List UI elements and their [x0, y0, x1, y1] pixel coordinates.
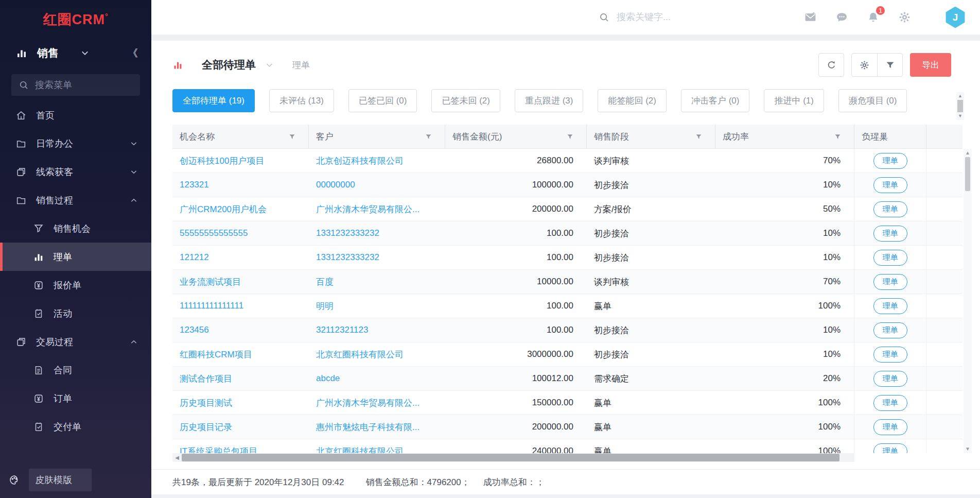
handle-order-button[interactable]: 理单 [873, 298, 907, 314]
customer-link[interactable]: 1331232333232 [309, 221, 445, 245]
handle-order-button[interactable]: 理单 [873, 443, 907, 454]
sidebar-item-0[interactable]: 首页 [0, 101, 151, 129]
opportunity-name-link[interactable]: 121212 [172, 246, 309, 269]
filter-tab-7[interactable]: 推进中 (1) [764, 89, 824, 112]
handle-order-button[interactable]: 理单 [873, 201, 907, 217]
sidebar-item-10[interactable]: 订单 [0, 384, 151, 413]
handle-order-button[interactable]: 理单 [873, 371, 907, 387]
table-vertical-scrollbar[interactable]: ▲ ▼ [964, 149, 972, 453]
column-filter-icon[interactable] [425, 133, 432, 141]
handle-order-button[interactable]: 理单 [873, 274, 907, 290]
settings-button[interactable] [852, 54, 877, 76]
column-filter-icon[interactable] [288, 133, 296, 141]
avatar[interactable]: J [945, 7, 966, 28]
opportunity-name-link[interactable]: 创迈科技100用户项目 [172, 149, 309, 173]
customer-link[interactable]: 广州水清木华贸易有限公... [309, 391, 445, 415]
scroll-down-icon[interactable]: ▼ [965, 445, 970, 453]
opportunity-name-link[interactable]: 111111111111111 [172, 294, 309, 318]
collapse-sidebar-icon[interactable]: 《 [128, 46, 138, 60]
column-header-label: 负瑆巢 [862, 131, 888, 143]
sidebar-item-2[interactable]: 线索获客 [0, 158, 151, 186]
customer-link[interactable]: 北京红圈科技有限公司 [309, 342, 445, 366]
global-search-input[interactable] [617, 12, 709, 23]
sidebar-item-label: 合同 [54, 364, 72, 376]
handle-order-button[interactable]: 理单 [873, 226, 907, 242]
handle-order-button[interactable]: 理单 [873, 419, 907, 435]
customer-link[interactable]: 广州水清木华贸易有限公... [309, 197, 445, 221]
sidebar-item-9[interactable]: 合同 [0, 356, 151, 384]
refresh-button[interactable] [818, 53, 844, 77]
opportunity-name-link[interactable]: 123456 [172, 318, 309, 342]
filter-tab-4[interactable]: 重点跟进 (3) [515, 89, 584, 112]
sidebar-item-11[interactable]: 交付单 [0, 413, 151, 441]
topbar: 1 J [151, 0, 980, 35]
filter-tab-6[interactable]: 冲击客户 (0) [681, 89, 750, 112]
sidebar-item-skin-template[interactable]: 皮肤模版 [0, 468, 92, 492]
page-scrollbar[interactable]: ▲ ▼ [956, 92, 964, 120]
filter-tab-3[interactable]: 已签未回 (2) [431, 89, 500, 112]
column-filter-icon[interactable] [834, 133, 842, 141]
sidebar-item-3[interactable]: 销售过程 [0, 186, 151, 214]
sidebar-module-header[interactable]: 销售 《 [0, 41, 151, 65]
global-search[interactable] [599, 0, 709, 35]
customer-link[interactable]: 1331232333232 [309, 246, 445, 269]
sidebar-search[interactable] [11, 74, 140, 96]
export-button[interactable]: 导出 [910, 53, 951, 77]
customer-link[interactable]: 百度 [309, 270, 445, 294]
scrollbar-thumb[interactable] [957, 100, 963, 112]
mail-icon[interactable] [804, 11, 817, 24]
scroll-up-icon[interactable]: ▲ [958, 92, 962, 100]
sidebar-search-input[interactable] [35, 80, 154, 91]
handle-order-button[interactable]: 理单 [873, 322, 907, 338]
sidebar-item-1[interactable]: 日常办公 [0, 129, 151, 158]
customer-link[interactable]: 32112321123 [309, 318, 445, 342]
notifications-bell-icon[interactable]: 1 [867, 11, 880, 24]
gear-icon[interactable] [898, 11, 911, 24]
filter-tab-1[interactable]: 未评估 (13) [269, 89, 334, 112]
filter-tab-0[interactable]: 全部待理单 (19) [172, 89, 255, 112]
brand-logo: 红圈CRM° [0, 0, 151, 41]
column-filter-icon[interactable] [566, 133, 574, 141]
scrollbar-thumb[interactable] [182, 454, 839, 461]
sidebar-item-8[interactable]: 交易过程 [0, 328, 151, 356]
scroll-down-icon[interactable]: ▼ [958, 112, 962, 120]
chevron-down-icon[interactable] [80, 48, 90, 58]
table-horizontal-scrollbar[interactable]: ◀ [172, 453, 854, 462]
sidebar-item-4[interactable]: 销售机会 [0, 214, 151, 243]
scroll-left-icon[interactable]: ◀ [172, 455, 182, 460]
filter-tab-2[interactable]: 已签已回 (0) [348, 89, 417, 112]
chevron-down-icon[interactable] [265, 61, 274, 70]
opportunity-name-link[interactable]: IT系统采购总包项目 [172, 439, 309, 453]
scrollbar-thumb[interactable] [965, 157, 970, 191]
handle-order-button[interactable]: 理单 [873, 250, 907, 266]
opportunity-name-link[interactable]: 123321 [172, 173, 309, 197]
handle-order-button[interactable]: 理单 [873, 395, 907, 411]
scroll-up-icon[interactable]: ▲ [965, 149, 970, 157]
filter-tab-5[interactable]: 能签能回 (2) [598, 89, 667, 112]
opportunity-name-link[interactable]: 红圈科技CRM项目 [172, 342, 309, 366]
handle-order-button[interactable]: 理单 [873, 177, 907, 193]
customer-link[interactable]: 北京创迈科技有限公司 [309, 149, 445, 173]
filter-button[interactable] [877, 54, 902, 76]
customer-link[interactable]: 00000000 [309, 173, 445, 197]
opportunity-name-link[interactable]: 广州CRM200用户机会 [172, 197, 309, 221]
customer-link[interactable]: 北京红圈科技有限公司 [309, 439, 445, 453]
filter-tab-8[interactable]: 濒危项目 (0) [838, 89, 907, 112]
customer-link[interactable]: 惠州市魅炫电子科技有限... [309, 415, 445, 439]
sidebar-module-label: 销售 [37, 46, 59, 60]
opportunity-name-link[interactable]: 测试合作项目 [172, 367, 309, 390]
chat-icon[interactable] [835, 11, 848, 24]
opportunity-name-link[interactable]: 业务流测试项目 [172, 270, 309, 294]
column-filter-icon[interactable] [695, 133, 703, 141]
opportunity-name-link[interactable]: 历史项目测试 [172, 391, 309, 415]
opportunity-name-link[interactable]: 历史项目记录 [172, 415, 309, 439]
sidebar-item-5[interactable]: 理单 [0, 243, 151, 271]
handle-order-button[interactable]: 理单 [873, 347, 907, 363]
sidebar-item-7[interactable]: 活动 [0, 299, 151, 328]
opportunity-name-link[interactable]: 55555555555555 [172, 221, 309, 245]
customer-link[interactable]: 明明 [309, 294, 445, 318]
customer-link[interactable]: abcde [309, 367, 445, 390]
success-rate: 50% [715, 197, 854, 221]
sidebar-item-6[interactable]: 报价单 [0, 271, 151, 299]
handle-order-button[interactable]: 理单 [873, 153, 907, 169]
